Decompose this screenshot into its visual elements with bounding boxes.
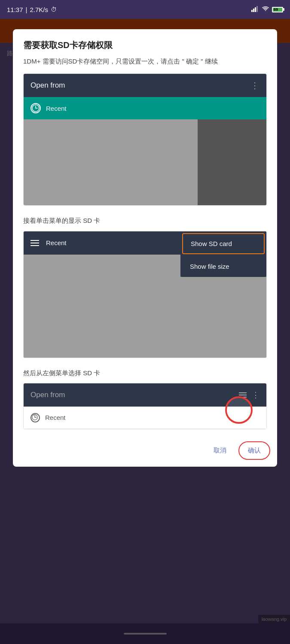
status-left: 11:37 | 2.7K/s ⏱ — [7, 6, 57, 13]
confirm-button[interactable]: 确认 — [238, 441, 270, 460]
screenshot-gray-area — [24, 119, 266, 205]
dialog-title: 需要获取SD卡存储权限 — [13, 29, 277, 56]
wifi-icon — [262, 6, 269, 13]
svg-rect-1 — [253, 9, 254, 12]
instruction-text-3: 然后从左侧菜单选择 SD 卡 — [13, 365, 277, 383]
dialog-buttons: 取消 确认 — [13, 436, 277, 463]
separator: | — [26, 6, 27, 13]
open-from-title-3: Open from — [31, 391, 65, 399]
confirm-circle-overlay: 确认 — [225, 396, 253, 424]
screenshot-section-1: Open from ⋮ Recent — [23, 73, 267, 206]
battery-level: 69 — [274, 7, 278, 12]
recent-clock-icon — [31, 103, 41, 113]
recent-clock-icon-3 — [31, 413, 40, 422]
battery-icon: 69 — [272, 7, 283, 12]
open-from-bar: Open from ⋮ — [24, 74, 266, 97]
dark-right-panel — [198, 119, 266, 205]
permission-dialog: 需要获取SD卡存储权限 1DM+ 需要访问SD卡存储空间，只需设置一次，请点击 … — [13, 29, 277, 467]
cancel-button[interactable]: 取消 — [205, 441, 235, 460]
svg-rect-3 — [256, 6, 258, 12]
open-from-label: Open from — [31, 81, 65, 90]
more-options-icon: ⋮ — [252, 390, 259, 400]
recent-text-3: Recent — [45, 414, 66, 421]
svg-rect-0 — [251, 10, 253, 12]
dialog-description: 1DM+ 需要访问SD卡存储空间，只需设置一次，请点击 " 确定 " 继续 — [13, 56, 277, 73]
clock-icon: ⏱ — [51, 6, 57, 13]
screenshot-section-2: Recent Show SD card Show file size — [23, 231, 267, 358]
status-bar: 11:37 | 2.7K/s ⏱ 69 — [0, 0, 290, 19]
time-display: 11:37 — [7, 6, 23, 13]
show-sd-card-item[interactable]: Show SD card — [182, 233, 265, 254]
dropdown-menu: Show SD card Show file size — [180, 231, 266, 277]
screenshot-section-3: Open from ⋮ Recent 确认 — [23, 383, 267, 429]
show-file-size-item[interactable]: Show file size — [180, 256, 266, 277]
three-dots-icon: ⋮ — [250, 80, 259, 91]
menu-bar-title: Recent — [46, 239, 67, 246]
hamburger-icon — [31, 240, 39, 246]
instruction-text-2: 接着单击菜单的显示 SD 卡 — [13, 213, 277, 231]
status-right: 69 — [251, 6, 283, 13]
confirm-circle-label: 确认 — [233, 406, 244, 414]
recent-label: Recent — [46, 105, 67, 112]
speed-display: 2.7K/s — [30, 6, 48, 13]
screenshot-gray-lower: Show SD card Show file size — [24, 255, 266, 358]
recent-item: Recent — [24, 97, 266, 119]
signal-icon — [251, 6, 259, 13]
svg-rect-2 — [255, 7, 256, 12]
